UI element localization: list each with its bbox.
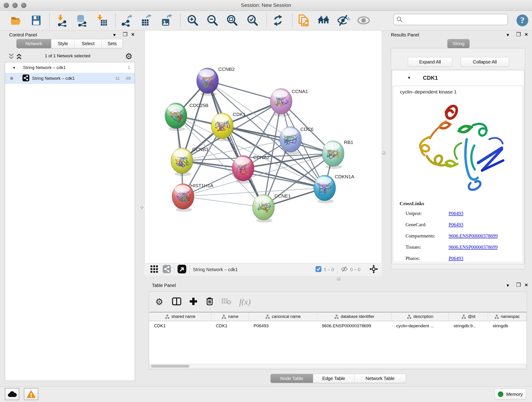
table-hscrollbar[interactable] — [149, 364, 526, 368]
zoom-selected-icon[interactable] — [245, 13, 260, 28]
results-panel-close-icon[interactable]: ✕ — [525, 32, 528, 37]
table-cell[interactable]: stringdb — [488, 321, 526, 331]
memory-button[interactable]: Memory — [495, 389, 526, 400]
cloud-button[interactable] — [5, 388, 19, 400]
help-icon[interactable]: ? — [515, 13, 530, 28]
table-cell[interactable]: 9606.ENSP00000378699 — [317, 321, 392, 331]
delete-column-trash-icon[interactable] — [206, 297, 214, 307]
tab-network[interactable]: Network — [17, 39, 51, 48]
node-label-CCNB2: CCNB2 — [218, 66, 234, 72]
network-node-CDKN1A[interactable]: CDKN1A — [314, 174, 354, 203]
results-panel-menu-arrow-icon[interactable]: ▼ — [506, 33, 510, 37]
left-splitter-handle[interactable] — [139, 205, 145, 210]
collapse-all-button[interactable]: Collapse All — [461, 57, 509, 67]
fit-selected-crosshair-icon[interactable] — [369, 264, 378, 274]
selected-checkbox-icon[interactable] — [316, 266, 322, 273]
tab-network-table[interactable]: Network Table — [354, 374, 406, 383]
network-canvas[interactable]: CCNB2CCNA1CDC25BCDK1CDC6RB1CCNB1CCNA2CDK… — [144, 31, 382, 263]
table-cell[interactable]: stringdb:9... — [449, 321, 488, 331]
column-header-label: name — [228, 314, 238, 319]
network-edge-CCNB2-CCNE1[interactable] — [208, 81, 264, 207]
save-icon[interactable] — [29, 13, 44, 28]
houses-icon[interactable] — [316, 13, 331, 28]
table-panel-menu-arrow-icon[interactable]: ▼ — [506, 283, 510, 288]
export-image-icon[interactable] — [159, 13, 174, 28]
network-node-CDC6[interactable]: CDC6 — [279, 127, 313, 155]
zoom-fit-icon[interactable] — [225, 13, 239, 28]
add-column-plus-icon[interactable] — [189, 297, 197, 306]
crosslink-link[interactable]: P06493 — [449, 255, 463, 261]
hidden-eye-slash-icon[interactable] — [341, 265, 348, 274]
node-label-HIST1H1A: HIST1H1A — [190, 183, 213, 188]
horizontal-splitter-handle[interactable] — [336, 277, 341, 281]
network-node-CCNE1[interactable]: CCNE1 — [253, 193, 291, 223]
eye-disabled-icon[interactable] — [356, 13, 371, 28]
table-settings-gear-icon[interactable]: ⚙ — [155, 297, 163, 307]
title-bar: Session: New Session — [0, 0, 532, 11]
zoom-in-icon[interactable] — [185, 13, 200, 28]
open-folder-icon[interactable] — [9, 13, 23, 28]
network-graph[interactable]: CCNB2CCNA1CDC25BCDK1CDC6RB1CCNB1CCNA2CDK… — [145, 31, 382, 263]
crosslink-link[interactable]: P06493 — [449, 211, 463, 216]
crosslink-link[interactable]: 9606.ENSP00000378699 — [449, 233, 498, 239]
search-input[interactable] — [403, 17, 505, 22]
tree-collapse-triangle-icon[interactable]: ▼ — [12, 66, 16, 70]
result-card-header[interactable]: ▼ CDK1 — [392, 70, 524, 86]
crosslink-link[interactable]: 9606.ENSP00000378699 — [449, 244, 498, 250]
network-view-toolbar: String Network – cdk1 1 – 0 0 – 0 — [144, 263, 382, 276]
crosslink-link[interactable]: P06493 — [449, 222, 463, 228]
table-cell[interactable]: CDK1 — [149, 321, 211, 331]
column-header--id[interactable]: @id — [449, 313, 488, 321]
tab-edge-table[interactable]: Edge Table — [313, 374, 354, 383]
node-label-CDC6: CDC6 — [300, 127, 313, 132]
export-network-icon[interactable] — [119, 13, 134, 28]
control-panel-float-icon[interactable]: ❐ — [123, 32, 128, 37]
column-header-namespac[interactable]: namespac — [488, 313, 526, 321]
network-collection-row[interactable]: ▼ String Network – cdk1 1 — [5, 62, 135, 73]
export-table-icon[interactable] — [139, 13, 153, 28]
hide-eye-slash-icon[interactable] — [336, 13, 351, 28]
control-panel-menu-arrow-icon[interactable]: ▼ — [112, 33, 117, 37]
import-database-icon[interactable] — [74, 13, 89, 28]
network-node-RB1[interactable]: RB1 — [322, 140, 353, 169]
results-panel-float-icon[interactable]: ❐ — [516, 32, 521, 37]
tab-string[interactable]: String — [447, 39, 469, 48]
warning-button[interactable] — [24, 388, 38, 400]
zoom-out-icon[interactable] — [205, 13, 220, 28]
control-panel-close-icon[interactable]: ✕ — [131, 32, 135, 37]
table-row[interactable]: CDK1CDK1P064939606.ENSP00000378699cyclin… — [149, 321, 526, 331]
import-table-icon[interactable] — [94, 13, 109, 28]
tab-style[interactable]: Style — [51, 39, 75, 48]
node-label-CCNB1: CCNB1 — [192, 147, 209, 152]
column-header-name[interactable]: name — [211, 313, 249, 321]
show-columns-icon[interactable] — [172, 297, 181, 306]
network-node-HIST1H1A[interactable]: HIST1H1A — [172, 183, 213, 212]
birdseye-view-icon[interactable] — [177, 265, 186, 274]
refresh-layout-icon[interactable] — [271, 13, 285, 28]
column-header-description[interactable]: description — [392, 313, 449, 321]
table-cell[interactable]: cyclin-dependent ... — [392, 321, 449, 331]
expand-all-button[interactable]: Expand All — [408, 57, 452, 67]
network-edge-CCNE1-HIST1H1A[interactable] — [183, 196, 264, 207]
tab-node-table[interactable]: Node Table — [271, 374, 313, 383]
crosslink-row: Tissues:9606.ENSP00000378699 — [405, 244, 523, 250]
network-node-CCNB2[interactable]: CCNB2 — [196, 66, 234, 96]
table-cell[interactable]: P06493 — [249, 321, 317, 331]
column-header-database-identifier[interactable]: database identifier — [317, 313, 392, 321]
table-hscrollbar-thumb[interactable] — [151, 365, 190, 368]
table-panel-close-icon[interactable]: ✕ — [525, 283, 528, 287]
import-network-icon[interactable] — [55, 13, 70, 28]
network-options-gear-icon[interactable]: ⚙ — [125, 51, 133, 61]
network-node-CCNA1[interactable]: CCNA1 — [270, 89, 308, 117]
result-collapse-triangle-icon[interactable]: ▼ — [407, 76, 411, 80]
column-header-shared-name[interactable]: shared name — [149, 313, 211, 321]
table-cell[interactable]: CDK1 — [211, 321, 249, 331]
string-network-badge-icon[interactable] — [163, 265, 171, 274]
grid-view-icon[interactable] — [150, 265, 158, 274]
tab-sets[interactable]: Sets — [101, 39, 123, 48]
network-row-selected[interactable]: String Network – cdk1 11 48 — [5, 73, 135, 84]
duplicate-network-icon[interactable] — [296, 13, 311, 28]
column-header-canonical-name[interactable]: canonical name — [249, 313, 317, 321]
tab-select[interactable]: Select — [75, 39, 101, 48]
table-panel-float-icon[interactable]: ❐ — [516, 282, 521, 288]
